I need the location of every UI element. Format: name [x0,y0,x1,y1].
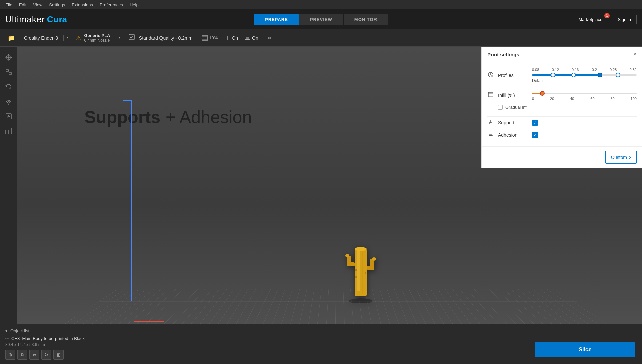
transform-rotate-btn[interactable]: ↻ [41,350,51,360]
nav-preview[interactable]: PREVIEW [299,14,343,25]
adhesion-checkbox[interactable]: ✓ [532,132,538,138]
tool-per-model[interactable] [2,124,15,138]
nozzle-size: 0.4mm Nozzle [84,38,110,43]
profiles-slider-fill [532,74,600,76]
boundary-line-left [131,100,132,301]
transform-mirror-btn[interactable]: ⇔ [29,350,39,360]
infill-control[interactable]: 0 20 40 60 80 100 [532,90,637,101]
marketplace-badge: 1 [604,13,610,18]
material-warning-icon: ⚠ [76,34,81,42]
custom-button-container: Custom › [482,146,642,168]
profile-numbers: 0.08 0.12 0.16 0.2 0.28 0.32 [532,68,637,72]
ps-close-button[interactable]: × [633,51,637,57]
menu-preferences[interactable]: Preferences [97,2,126,8]
gradual-infill-checkbox[interactable] [498,105,503,110]
svg-rect-0 [129,34,134,40]
nav-buttons: PREPARE PREVIEW MONITOR [254,14,388,25]
support-icon-ps [487,119,494,126]
infill-slider-track[interactable] [532,93,637,94]
support-row: Support ✓ [487,116,637,129]
menu-extensions[interactable]: Extensions [69,2,96,8]
adhesion-row: Adhesion ✓ [487,129,637,141]
svg-point-24 [372,257,376,261]
left-toolbar [0,47,17,364]
object-list-section: ▾ Object list ✏ CE3_Main Body to be prin… [5,328,85,360]
material-section: ⚠ Generic PLA 0.4mm Nozzle [71,33,116,43]
app-logo: Ultimaker Cura [5,14,67,25]
ps-header: Print settings × [482,47,642,62]
infill-numbers: 0 20 40 60 80 100 [532,97,637,101]
gradual-infill-label: Gradual infill [505,105,529,110]
nav-monitor[interactable]: MONITOR [344,14,388,25]
slice-button[interactable]: Slice [535,342,635,357]
profiles-control[interactable]: 0.08 0.12 0.16 0.2 0.28 0.32 [532,68,637,83]
menu-edit[interactable]: Edit [16,2,29,8]
logo-cura: Cura [47,14,67,25]
profile-dot-1 [551,73,555,77]
svg-rect-7 [9,72,11,75]
material-chevron-left[interactable]: ‹ [116,35,123,41]
support-label: Support [498,120,528,125]
svg-point-18 [355,247,367,251]
tool-move[interactable] [2,51,15,64]
custom-arrow-icon: › [629,154,631,161]
tool-rotate[interactable] [2,80,15,94]
transform-move-btn[interactable]: ⊕ [5,350,15,360]
printer-name-label: Creality Ender-3 [19,35,64,41]
support-checkbox[interactable]: ✓ [532,120,538,126]
ps-body: Profiles 0.08 0.12 0.16 0.2 0.28 0.32 [482,62,642,146]
adhesion-label-ps: Adhesion [498,132,528,138]
infill-row: Infill (%) 0 20 40 60 80 100 [487,90,637,101]
object-list-chevron: ▾ [5,328,8,333]
transform-copy-btn[interactable]: ⧉ [17,350,27,360]
svg-point-21 [345,254,349,257]
profile-dot-active [598,73,602,77]
object-dims: 30.4 x 14.7 x 53.6 mm [5,342,85,347]
gradual-infill-row: Gradual infill [498,105,637,110]
menu-view[interactable]: View [30,2,45,8]
profiles-section: Profiles 0.08 0.12 0.16 0.2 0.28 0.32 [487,68,637,83]
marketplace-button[interactable]: Marketplace 1 [573,15,608,24]
material-name: Generic PLA [84,33,110,38]
object-edit-icon[interactable]: ✏ [5,336,9,341]
adhesion-icon [245,35,251,41]
infill-dot [540,91,545,96]
svg-rect-23 [370,259,374,270]
tool-scale[interactable] [2,65,15,79]
custom-button[interactable]: Custom › [605,151,637,164]
nav-prepare[interactable]: PREPARE [254,14,299,25]
settings-pencil-icon[interactable]: ✏ [268,35,272,41]
infill-label: Infill (%) [498,93,528,98]
logo-ultimaker: Ultimaker [5,14,45,25]
tool-mirror[interactable] [2,95,15,108]
tool-support[interactable] [2,110,15,123]
quality-label: Standard Quality - 0.2mm [139,35,193,41]
svg-rect-13 [6,130,8,134]
printer-chevron-left[interactable]: ‹ [64,35,71,41]
svg-rect-29 [355,276,357,278]
supports-on-label: On [232,35,238,41]
svg-point-16 [349,298,372,303]
menu-help[interactable]: Help [127,2,141,8]
profiles-slider-track[interactable] [532,74,637,76]
adhesion-icon-ps [487,132,494,138]
transform-delete-btn[interactable]: 🗑 [54,350,64,360]
adhesion-on-label: On [252,35,258,41]
signin-button[interactable]: Sign in [612,15,637,24]
svg-rect-14 [9,128,12,134]
infill-section: Infill (%) 0 20 40 60 80 100 [487,90,637,110]
header: Ultimaker Cura PREPARE PREVIEW MONITOR M… [0,9,642,29]
supports-icon [224,35,230,41]
folder-icon[interactable]: 📁 [4,31,19,45]
menu-file[interactable]: File [3,2,15,8]
object-item: ✏ CE3_Main Body to be printed in Black [5,336,85,341]
main-area: Supports + Adhesion [0,47,642,364]
svg-rect-6 [6,69,8,72]
print-settings-panel: Print settings × Profiles 0.08 [481,47,642,168]
menu-settings[interactable]: Settings [46,2,68,8]
profiles-label: Profiles [498,73,528,78]
profile-dot-2 [571,73,576,77]
transform-icons: ⊕ ⧉ ⇔ ↻ 🗑 [5,350,85,360]
toolbar-row: 📁 Creality Ender-3 ‹ ⚠ Generic PLA 0.4mm… [0,29,642,47]
object-list-toggle[interactable]: ▾ Object list [5,328,85,333]
